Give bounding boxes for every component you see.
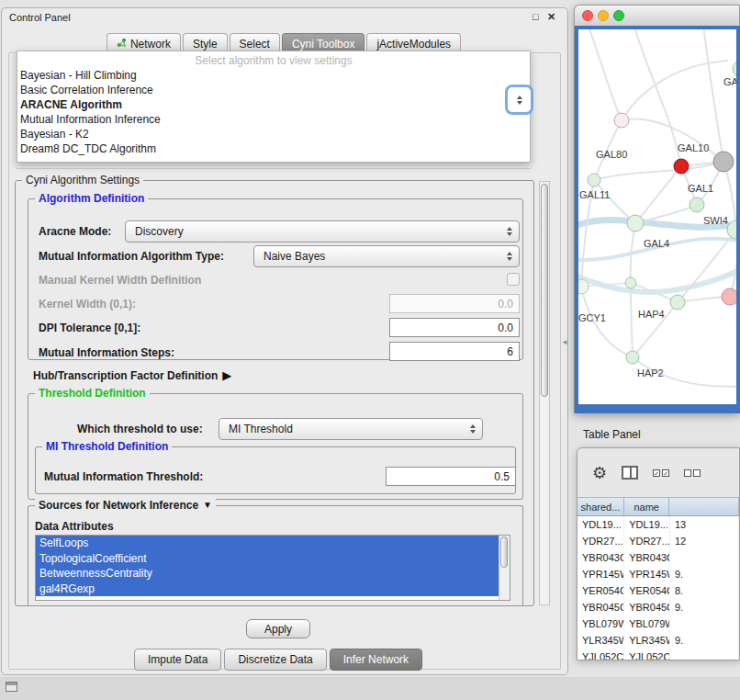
algorithm-combo-button[interactable] xyxy=(508,87,531,112)
hub-definition-toggle[interactable]: Hub/Transcription Factor Definition ▶ xyxy=(33,368,231,382)
dropdown-item-basic-correlation-inference[interactable]: Basic Correlation Inference xyxy=(17,83,530,97)
attribute-item-selfloops[interactable]: SelfLoops xyxy=(36,536,499,551)
apply-button[interactable]: Apply xyxy=(246,619,310,638)
sources-title: Sources for Network Inference xyxy=(39,499,198,512)
table-row[interactable]: YPR145WYPR145W9. xyxy=(577,566,739,582)
table-panel-title: Table Panel xyxy=(583,428,641,441)
network-node[interactable] xyxy=(578,279,589,294)
network-edge[interactable] xyxy=(622,61,727,120)
manual-kernel-checkbox[interactable] xyxy=(507,273,520,286)
bottom-tab-bar: Impute DataDiscretize DataInfer Network xyxy=(134,649,422,671)
bottom-tab-impute-data[interactable]: Impute Data xyxy=(134,649,221,671)
table-cell xyxy=(670,549,739,566)
close-traffic-light[interactable] xyxy=(582,10,593,21)
mi-type-select[interactable]: Naive Bayes xyxy=(253,245,520,267)
table-row[interactable]: YBR045CYBR045C9. xyxy=(577,599,739,615)
bottom-tab-discretize-data[interactable]: Discretize Data xyxy=(224,649,326,671)
network-node[interactable] xyxy=(722,288,736,305)
kernel-width-field[interactable]: 0.0 xyxy=(389,294,520,313)
zoom-traffic-light[interactable] xyxy=(613,10,624,21)
table-row[interactable]: YLR345WYLR345W9. xyxy=(577,632,739,649)
dropdown-item-aracne-algorithm[interactable]: ARACNE Algorithm xyxy=(17,97,530,112)
dropdown-item-bayesian-hill-climbing[interactable]: Bayesian - Hill Climbing xyxy=(17,68,530,83)
table-row[interactable]: YBL079WYBL079W xyxy=(577,615,739,632)
combo-arrows-icon xyxy=(517,96,522,105)
network-node[interactable] xyxy=(614,113,629,128)
attribute-item-gal4rgexp[interactable]: gal4RGexp xyxy=(36,581,499,597)
table-cell: YJL052C xyxy=(624,649,670,660)
dropdown-item-mutual-information-inference[interactable]: Mutual Information Inference xyxy=(17,112,530,127)
table-cell: YJL052C xyxy=(577,649,624,660)
dropdown-item-list: Bayesian - Hill ClimbingBasic Correlatio… xyxy=(17,68,530,156)
network-node[interactable] xyxy=(588,174,600,186)
network-edge[interactable] xyxy=(578,270,736,292)
table-cell xyxy=(670,615,739,632)
gear-icon[interactable]: ⚙ xyxy=(592,465,607,481)
unchecked-box-icon xyxy=(684,469,691,477)
attribute-item-topologicalcoefficient[interactable]: TopologicalCoefficient xyxy=(36,551,499,567)
data-attributes-label: Data Attributes xyxy=(35,520,114,533)
float-window-icon[interactable]: □ xyxy=(533,11,539,22)
table-cell: YBR043C xyxy=(577,549,624,566)
table-cell: 13 xyxy=(670,516,739,533)
close-icon[interactable]: ✕ xyxy=(547,11,555,23)
tab-label: Cyni Toolbox xyxy=(292,38,354,51)
minimize-traffic-light[interactable] xyxy=(598,10,609,21)
network-node[interactable] xyxy=(713,152,734,172)
table-cell: YPR145W xyxy=(577,566,624,582)
which-threshold-label: Which threshold to use: xyxy=(77,423,203,435)
network-node[interactable] xyxy=(674,159,689,174)
expand-right-icon: ▶ xyxy=(222,368,231,382)
mi-steps-field[interactable]: 6 xyxy=(389,342,520,361)
aracne-mode-select[interactable]: Discovery xyxy=(125,220,520,243)
column-header-name[interactable]: name xyxy=(624,498,670,515)
column-header-shared[interactable]: shared... xyxy=(577,498,624,515)
table-cell: YLR345W xyxy=(577,632,624,649)
mi-type-label: Mutual Information Algorithm Type: xyxy=(39,250,224,263)
table-row[interactable]: YDL19...YDL19...13 xyxy=(577,516,739,533)
attributes-scrollbar-thumb[interactable] xyxy=(500,536,508,568)
table-row[interactable]: YDR27...YDR27...12 xyxy=(577,533,739,549)
kernel-width-label: Kernel Width (0,1): xyxy=(39,298,136,310)
attribute-item-betweennesscentrality[interactable]: BetweennessCentrality xyxy=(36,566,499,581)
table-row[interactable]: YBR043CYBR043C xyxy=(577,549,739,566)
network-node[interactable] xyxy=(626,351,639,364)
panel-collapse-handle[interactable]: ◄ xyxy=(561,338,568,346)
mi-type-value: Naive Bayes xyxy=(263,250,325,263)
network-node[interactable] xyxy=(627,215,644,231)
network-edge[interactable] xyxy=(635,205,697,223)
network-node[interactable] xyxy=(625,277,636,288)
table-row[interactable]: YER054CYER054C8. xyxy=(577,582,739,599)
table-cell: YER054C xyxy=(577,582,624,599)
columns-icon[interactable] xyxy=(622,466,638,480)
network-edge[interactable] xyxy=(631,283,633,357)
tab-label: Network xyxy=(130,38,171,51)
hub-definition-label: Hub/Transcription Factor Definition xyxy=(33,369,218,382)
network-node[interactable] xyxy=(690,198,704,212)
network-canvas[interactable]: GAL80GAL10GAL11GAL1SWI4GAL4GCY1HAP4HAP2G… xyxy=(578,29,736,404)
network-node[interactable] xyxy=(733,61,736,77)
unchecked-box-icon xyxy=(693,469,701,477)
settings-scrollbar-thumb[interactable] xyxy=(541,184,548,397)
combo-arrows-icon xyxy=(507,227,512,236)
which-threshold-select[interactable]: MI Threshold xyxy=(219,418,483,440)
dropdown-item-bayesian-k2[interactable]: Bayesian - K2 xyxy=(17,127,530,141)
network-edge[interactable] xyxy=(588,29,622,120)
mi-threshold-field[interactable]: 0.5 xyxy=(386,467,516,486)
deselect-all-checks-icon[interactable] xyxy=(684,469,701,477)
dpi-tolerance-field[interactable]: 0.0 xyxy=(389,318,520,337)
network-edge[interactable] xyxy=(635,166,681,223)
select-all-checks-icon[interactable]: ✓ ✓ xyxy=(653,469,669,477)
dropdown-item-dream8-dc-tdc-algorithm[interactable]: Dream8 DC_TDC Algorithm xyxy=(17,141,530,156)
table-body: YDL19...YDL19...13YDR27...YDR27...12YBR0… xyxy=(577,516,739,660)
minimized-panel-icon[interactable] xyxy=(6,682,17,692)
network-edge[interactable] xyxy=(622,119,723,162)
table-cell: YDR27... xyxy=(624,533,670,549)
table-cell: YBR045C xyxy=(577,599,624,615)
sources-title-row[interactable]: Sources for Network Inference ▼ xyxy=(35,499,216,512)
column-header-2[interactable] xyxy=(669,498,739,515)
table-row[interactable]: YJL052CYJL052C xyxy=(577,649,739,660)
bottom-tab-infer-network[interactable]: Infer Network xyxy=(330,649,422,671)
network-edge[interactable] xyxy=(594,180,635,223)
network-node[interactable] xyxy=(670,295,685,310)
